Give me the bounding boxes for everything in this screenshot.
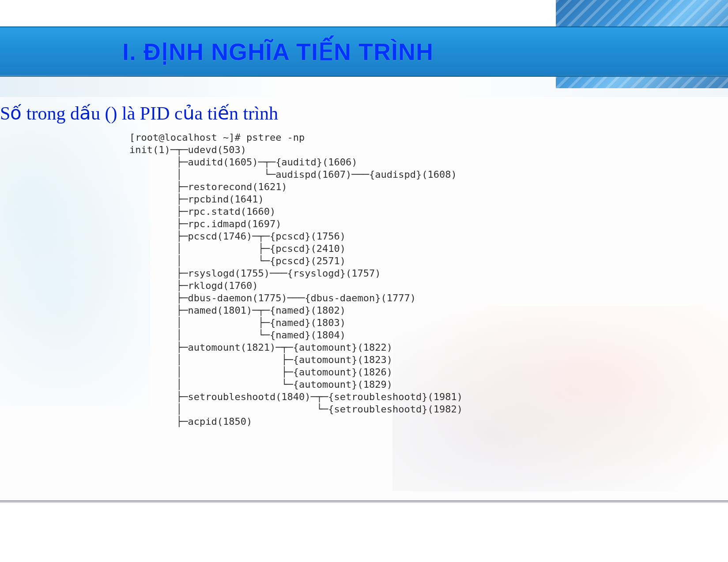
footer [0,500,728,562]
terminal-output: [root@localhost ~]# pstree -np init(1)─┬… [129,131,463,428]
background-swirl [0,97,150,406]
subtitle-text: Số trong dấu () là PID của tiến trình [0,102,728,124]
subtitle-span: Số trong dấu () là PID của tiến trình [0,102,278,124]
slide-title: I. ĐỊNH NGHĨA TIẾN TRÌNH [0,27,556,76]
title-bar: I. ĐỊNH NGHĨA TIẾN TRÌNH [0,26,728,77]
footer-divider [0,500,728,503]
subheader-band [0,75,728,97]
slide: { "header": { "title": "I. ĐỊNH NGHĨA TI… [0,0,728,562]
